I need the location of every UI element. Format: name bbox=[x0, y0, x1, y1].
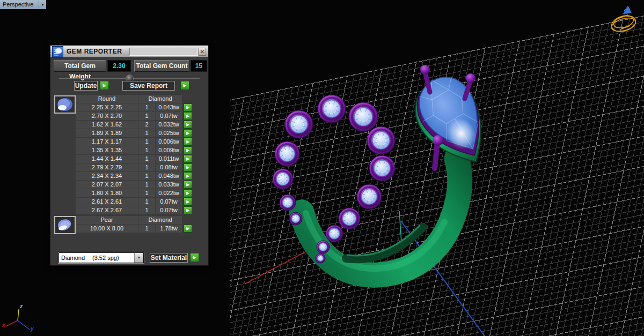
save-report-run-icon[interactable]: ▶ bbox=[180, 81, 189, 90]
gem-size: 2.25 X 2.25 bbox=[76, 103, 138, 111]
gem-count: 1 bbox=[138, 206, 155, 214]
gem-size: 1.17 X 1.17 bbox=[76, 138, 138, 146]
axis-y-label: y bbox=[31, 326, 34, 332]
pear-gem-thumbnail bbox=[54, 216, 76, 234]
select-gems-icon[interactable]: ▶ bbox=[184, 198, 192, 206]
set-material-run-icon[interactable]: ▶ bbox=[190, 253, 199, 262]
gem-count: 1 bbox=[138, 225, 155, 233]
gem-weight: 0.025tw bbox=[156, 129, 182, 137]
gem-weight: 0.009tw bbox=[156, 146, 182, 154]
gem-size: 2.70 X 2.70 bbox=[76, 112, 138, 120]
gem-count: 1 bbox=[138, 146, 155, 154]
gem-size: 1.80 X 1.80 bbox=[76, 189, 138, 197]
dialog-titlebar[interactable]: GEM REPORTER ✕ bbox=[50, 46, 208, 58]
gem-weight: 0.08tw bbox=[156, 163, 182, 171]
gem-size: 1.44 X 1.44 bbox=[76, 155, 138, 163]
gem-count: 1 bbox=[138, 112, 155, 120]
gem-count: 2 bbox=[138, 121, 155, 129]
total-gem-count-label: Total Gem Count bbox=[134, 60, 189, 72]
dropdown-arrow-icon[interactable]: ▼ bbox=[134, 253, 143, 263]
round-material-header: Diamond bbox=[138, 95, 182, 103]
round-bezel-gem[interactable] bbox=[316, 253, 325, 263]
select-gems-icon[interactable]: ▶ bbox=[184, 206, 192, 214]
select-gems-icon[interactable]: ▶ bbox=[184, 121, 192, 129]
gem-count: 1 bbox=[138, 103, 155, 111]
world-axis-gizmo bbox=[0, 300, 48, 336]
save-report-button[interactable]: Save Report bbox=[122, 81, 175, 91]
gem-count: 1 bbox=[138, 189, 155, 197]
gem-count: 1 bbox=[138, 198, 155, 206]
select-gems-icon[interactable]: ▶ bbox=[184, 189, 192, 197]
round-bezel-gem[interactable] bbox=[318, 95, 346, 123]
gem-size: 2.07 X 2.07 bbox=[76, 181, 138, 189]
round-bezel-gem[interactable] bbox=[317, 241, 330, 253]
gem-weight: 0.043tw bbox=[156, 103, 182, 111]
gem-size: 1.62 X 1.62 bbox=[76, 121, 138, 129]
gem-size: 2.61 X 2.61 bbox=[76, 198, 138, 206]
gem-weight: 0.07tw bbox=[156, 112, 182, 120]
set-material-button[interactable]: Set Material bbox=[150, 253, 188, 263]
dialog-grip[interactable] bbox=[129, 48, 198, 56]
dialog-title: GEM REPORTER bbox=[67, 48, 122, 55]
viewport-title[interactable]: Perspective bbox=[0, 0, 39, 9]
update-button[interactable]: Update bbox=[74, 81, 98, 91]
pear-material-header: Diamond bbox=[138, 216, 182, 224]
close-icon[interactable]: ✕ bbox=[199, 48, 206, 56]
gem-reporter-dialog: GEM REPORTER ✕ Total Gem Weight 2.30 Tot… bbox=[50, 45, 209, 266]
app-logo-ring-icon bbox=[606, 4, 642, 36]
gem-weight: 0.006tw bbox=[156, 138, 182, 146]
round-bezel-gem[interactable] bbox=[367, 126, 395, 154]
gem-weight: 0.022tw bbox=[156, 189, 182, 197]
select-gems-icon[interactable]: ▶ bbox=[184, 112, 192, 120]
round-bezel-gem[interactable] bbox=[275, 141, 299, 166]
gem-count: 1 bbox=[138, 163, 155, 171]
update-run-icon[interactable]: ▶ bbox=[100, 81, 109, 90]
gem-weight: 0.033tw bbox=[156, 181, 182, 189]
gem-count: 1 bbox=[138, 181, 155, 189]
select-gems-icon[interactable]: ▶ bbox=[184, 155, 192, 163]
total-gem-weight-label: Total Gem Weight bbox=[54, 60, 106, 72]
gem-count: 1 bbox=[138, 155, 155, 163]
select-gems-icon[interactable]: ▶ bbox=[184, 103, 192, 111]
gem-size: 1.35 X 1.35 bbox=[76, 146, 138, 154]
select-gems-icon[interactable]: ▶ bbox=[184, 225, 192, 233]
gem-reporter-icon bbox=[52, 46, 63, 57]
select-gems-icon[interactable]: ▶ bbox=[184, 129, 192, 137]
gem-size: 1.89 X 1.89 bbox=[76, 129, 138, 137]
pear-gem-table: Pear Diamond 10.00 X 8.00 1 1.78tw ▶ bbox=[76, 216, 192, 233]
material-density: (3.52 spg) bbox=[92, 255, 119, 261]
round-bezel-gem[interactable] bbox=[289, 212, 302, 225]
gem-weight: 0.048tw bbox=[156, 172, 182, 180]
round-bezel-gem[interactable] bbox=[280, 195, 296, 211]
round-bezel-gem[interactable] bbox=[349, 102, 378, 131]
select-gems-icon[interactable]: ▶ bbox=[184, 138, 192, 146]
round-gem-table: Round Diamond 2.25 X 2.25 1 0.043tw ▶ 2.… bbox=[76, 95, 192, 214]
round-bezel-gem[interactable] bbox=[357, 184, 382, 209]
viewport-menu-arrow-icon[interactable]: ▼ bbox=[39, 0, 46, 9]
round-bezels[interactable] bbox=[273, 95, 395, 263]
select-gems-icon[interactable]: ▶ bbox=[184, 146, 192, 154]
round-bezel-gem[interactable] bbox=[326, 225, 343, 242]
axis-x-label: x bbox=[2, 322, 5, 328]
select-gems-icon[interactable]: ▶ bbox=[184, 172, 192, 180]
select-gems-icon[interactable]: ▶ bbox=[184, 163, 192, 171]
round-bezel-gem[interactable] bbox=[339, 208, 360, 229]
gem-count: 1 bbox=[138, 172, 155, 180]
gem-size: 10.00 X 8.00 bbox=[76, 225, 138, 233]
round-bezel-gem[interactable] bbox=[369, 155, 395, 181]
axis-z-label: z bbox=[20, 303, 23, 309]
gem-weight: 0.07tw bbox=[156, 206, 182, 214]
total-gem-weight-value: 2.30 bbox=[107, 60, 131, 72]
round-bezel-gem[interactable] bbox=[285, 110, 313, 138]
material-dropdown[interactable]: Diamond (3.52 spg) ▼ bbox=[58, 252, 144, 263]
gem-size: 2.67 X 2.67 bbox=[76, 206, 138, 214]
gem-weight: 0.011tw bbox=[156, 155, 182, 163]
gem-size: 2.34 X 2.34 bbox=[76, 172, 138, 180]
round-gem-thumbnail bbox=[54, 95, 76, 114]
gem-weight: 0.07tw bbox=[156, 198, 182, 206]
gem-count: 1 bbox=[138, 138, 155, 146]
select-gems-icon[interactable]: ▶ bbox=[184, 181, 192, 189]
round-shape-header: Round bbox=[76, 95, 138, 103]
pear-shape-header: Pear bbox=[76, 216, 138, 224]
round-bezel-gem[interactable] bbox=[273, 169, 293, 189]
